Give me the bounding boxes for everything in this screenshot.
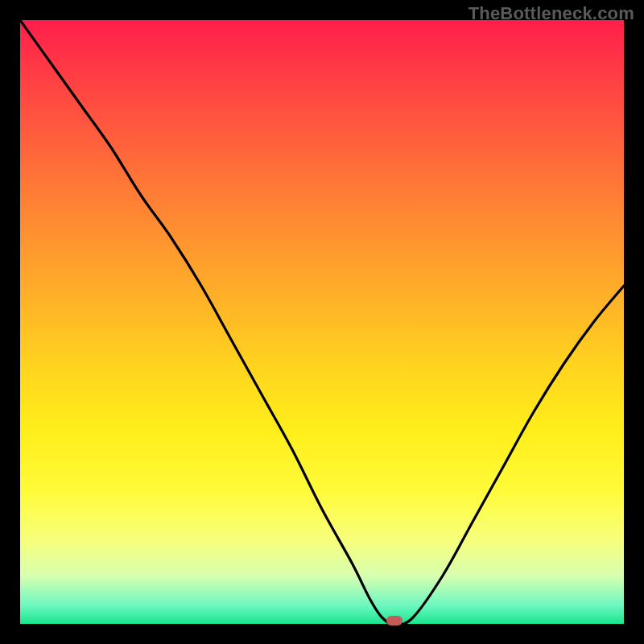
bottleneck-curve (20, 20, 624, 624)
watermark-text: TheBottleneck.com (469, 3, 634, 24)
chart-frame: TheBottleneck.com (0, 0, 644, 644)
plot-area (20, 20, 624, 624)
curve-path (20, 20, 624, 624)
optimal-point-marker (386, 616, 402, 625)
